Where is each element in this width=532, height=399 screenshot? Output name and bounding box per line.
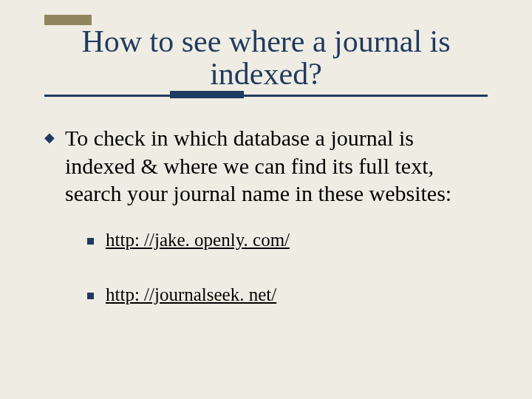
main-bullet-text: To check in which database a journal is …	[65, 124, 488, 208]
list-item: http: //jake. openly. com/	[87, 230, 488, 250]
underline-line	[44, 95, 488, 97]
sub-list: http: //jake. openly. com/ http: //journ…	[87, 230, 488, 305]
accent-bar-top	[44, 15, 92, 25]
square-bullet-icon	[87, 238, 94, 245]
title-block: How to see where a journal is indexed?	[44, 15, 488, 99]
main-bullet: ◆ To check in which database a journal i…	[44, 124, 488, 208]
accent-underline	[44, 93, 488, 99]
content: ◆ To check in which database a journal i…	[44, 124, 488, 339]
slide-title: How to see where a journal is indexed?	[44, 25, 488, 90]
underline-block	[170, 91, 244, 98]
list-item: http: //journalseek. net/	[87, 284, 488, 305]
slide: How to see where a journal is indexed? ◆…	[0, 0, 532, 399]
diamond-bullet-icon: ◆	[44, 132, 55, 143]
square-bullet-icon	[87, 293, 94, 299]
link-jake[interactable]: http: //jake. openly. com/	[106, 230, 290, 250]
link-journalseek[interactable]: http: //journalseek. net/	[106, 284, 276, 305]
